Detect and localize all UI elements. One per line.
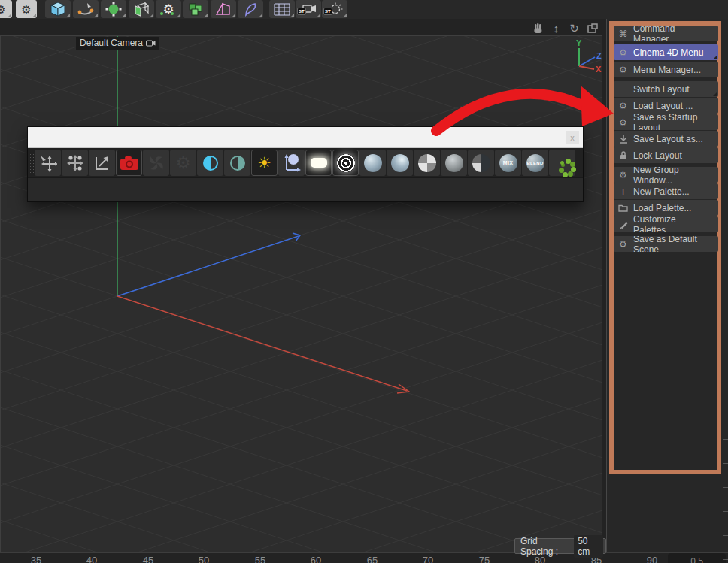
camera-label[interactable]: Default Camera (76, 37, 159, 50)
cube-primitive-button[interactable] (45, 0, 71, 18)
camera-small-icon (146, 40, 156, 47)
spline-pen-button[interactable] (73, 0, 99, 18)
material-sphere-blue-button[interactable] (359, 150, 386, 176)
gear-icon: ⚙ (617, 101, 629, 111)
target-light-rings-button[interactable] (332, 150, 359, 176)
subdivision-cube-button[interactable] (129, 0, 154, 18)
gear-object-button[interactable]: ⚙ (170, 150, 196, 176)
volume-cubes-button[interactable] (183, 0, 208, 18)
material-sphere-half-checker-button[interactable] (468, 150, 494, 176)
ruler-tick: 55 (255, 555, 265, 563)
material-sphere-glossy-button[interactable] (387, 150, 413, 176)
st-badge: ST (323, 8, 332, 15)
settings-button[interactable]: ⚙ (16, 0, 37, 18)
clipped-button[interactable]: ⚙ (0, 0, 12, 18)
palette-titlebar[interactable]: x (28, 127, 583, 148)
material-mix-button[interactable]: MIX (495, 150, 521, 176)
menu-item-save-as-startup-layout[interactable]: ⚙ Save as Startup Layout (614, 114, 718, 130)
menu-item-label: Switch Layout (633, 84, 690, 95)
menu-item-save-as-default-scene[interactable]: ⚙ Save as Default Scene (614, 236, 718, 252)
plant-preset-button[interactable] (549, 150, 575, 176)
circle-handles-icon (105, 2, 122, 17)
menu-item-menu-manager[interactable]: ⚙ Menu Manager... (614, 62, 718, 77)
translate-dots-tool-button[interactable] (62, 150, 88, 176)
maximize-view-icon[interactable] (586, 22, 599, 34)
palette-body (28, 177, 583, 201)
close-button[interactable]: x (566, 131, 579, 144)
menu-item-save-layout-as[interactable]: Save Layout as... (614, 131, 718, 147)
viewport-canvas[interactable] (0, 35, 602, 552)
camera-object-button[interactable] (116, 150, 142, 176)
axis-y-label: Y (576, 39, 582, 47)
menu-item-command-manager[interactable]: ⌘ Command Manager... (614, 26, 718, 41)
menu-item-customize-palettes[interactable]: Customize Palettes... (614, 216, 718, 232)
edge-tick (723, 511, 728, 512)
area-light-icon (311, 158, 327, 168)
menu-item-label: Save as Startup Layout (633, 114, 718, 130)
floor-grid-button[interactable] (269, 0, 295, 18)
checker-sphere-icon (418, 154, 436, 172)
ruler-tick: 70 (423, 555, 433, 563)
pencil-icon (617, 220, 629, 229)
stage-light-button[interactable]: ST (322, 0, 347, 18)
generator-gear-button[interactable]: ⚙ (156, 0, 181, 18)
light-object-button[interactable] (278, 150, 305, 176)
menu-item-new-group-window[interactable]: ⚙ New Group Window... (614, 167, 718, 183)
pan-hand-icon[interactable] (532, 22, 544, 34)
deformer-button[interactable] (211, 0, 236, 18)
material-sphere-metal-button[interactable] (441, 150, 467, 176)
material-sphere-checker-button[interactable] (414, 150, 440, 176)
ruler-tick: 60 (311, 555, 321, 563)
move-tool-button[interactable] (35, 150, 61, 176)
stage-camera-button[interactable]: ST (296, 0, 321, 18)
download-icon (617, 134, 629, 144)
dolly-icon[interactable]: ↕ (550, 22, 563, 34)
rotor-object-button[interactable] (143, 150, 169, 176)
menu-item-label: Save Layout as... (633, 134, 703, 144)
timeline-ruler[interactable]: 35 40 45 50 55 60 65 70 75 80 85 90 0.5 (0, 552, 728, 563)
menu-item-label: Menu Manager... (633, 65, 701, 75)
gear-icon: ⚙ (21, 4, 31, 15)
halfsphere-cyan-button[interactable] (197, 150, 223, 176)
area-light-button[interactable] (305, 150, 332, 176)
gear-icon: ⚙ (617, 170, 629, 180)
dark-gear-icon: ⚙ (176, 155, 191, 171)
gear-icon: ⚙ (617, 65, 629, 75)
menu-item-load-palette[interactable]: Load Palette... (614, 200, 718, 216)
rotate-icon[interactable]: ↻ (568, 22, 581, 34)
sun-icon: ☀ (257, 155, 271, 171)
metal-sphere-icon (445, 154, 463, 172)
menu-item-cinema-4d-menu[interactable]: ⚙ Cinema 4D Menu (614, 44, 718, 60)
menu-item-label: New Palette... (633, 186, 690, 197)
lock-icon (617, 150, 629, 160)
timeline-value-box[interactable]: 0.5 (668, 553, 726, 563)
menu-item-new-palette[interactable]: + New Palette... (614, 183, 718, 199)
viewport-panel: ↕ ↻ Default Camera (0, 19, 606, 552)
menu-item-lock-layout[interactable]: Lock Layout (614, 147, 718, 163)
menu-item-label: Load Layout ... (633, 101, 693, 111)
pink-deformer-icon (215, 2, 232, 17)
ruler-tick: 65 (367, 555, 378, 563)
edge-tick (723, 559, 728, 560)
mix-label: MIX (503, 160, 513, 165)
field-button[interactable] (238, 0, 263, 18)
gear-icon: ⚙ (162, 3, 174, 16)
top-toolbar: ⚙ ⚙ (0, 0, 728, 19)
gear-icon: ⚙ (0, 4, 6, 15)
menu-item-label: New Group Window... (633, 167, 718, 183)
folder-icon (617, 204, 629, 212)
green-cubes-icon (187, 2, 204, 17)
menu-item-label: Cinema 4D Menu (633, 47, 703, 58)
nurbs-circle-button[interactable] (101, 0, 126, 18)
axis-scale-tool-button[interactable] (89, 150, 115, 176)
ruler-tick: 45 (143, 555, 153, 563)
halfsphere-teal-button[interactable] (224, 150, 250, 176)
blend-label: BLEND (526, 161, 543, 165)
viewport-grid (1, 36, 602, 552)
sun-light-button[interactable]: ☀ (251, 150, 278, 176)
menu-item-switch-layout[interactable]: Switch Layout (614, 81, 718, 97)
material-blend-button[interactable]: BLEND (522, 150, 548, 176)
sphere-icon (364, 154, 382, 172)
rings-icon (337, 154, 355, 172)
menu-item-load-layout[interactable]: ⚙ Load Layout ... (614, 98, 718, 114)
